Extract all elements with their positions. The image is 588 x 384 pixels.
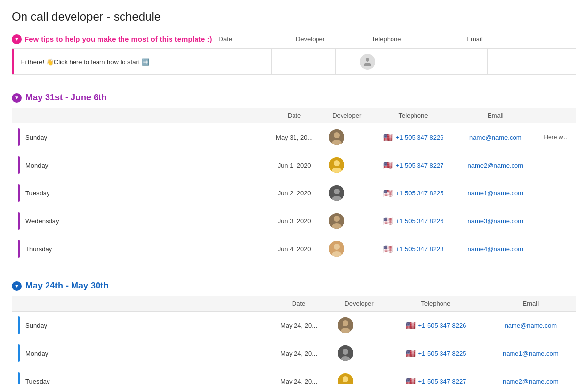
day-cell-0-2: Tuesday	[12, 179, 266, 207]
tips-col-developer: Developer	[279, 33, 343, 45]
phone-number[interactable]: +1 505 347 8225	[396, 190, 444, 197]
table-row: Wedensday Jun 3, 2020 🇺🇸 +1 505 347 8226…	[12, 207, 576, 235]
email-value[interactable]: name1@name.com	[503, 350, 559, 357]
section-title-may24-may30: May 24th - May 30th	[25, 281, 109, 291]
day-bar	[18, 184, 20, 202]
email-cell-0-4[interactable]: name4@name.com	[456, 235, 535, 263]
svg-point-7	[334, 189, 340, 194]
phone-number[interactable]: +1 505 347 8227	[396, 162, 444, 169]
flag-icon: 🇺🇸	[383, 133, 393, 142]
telephone-cell-1-0[interactable]: 🇺🇸 +1 505 347 8226	[387, 312, 485, 339]
phone-number[interactable]: +1 505 347 8225	[418, 350, 466, 357]
email-cell-0-3[interactable]: name3@name.com	[456, 207, 535, 235]
telephone-cell-0-2[interactable]: 🇺🇸 +1 505 347 8225	[371, 179, 456, 207]
tips-icon: ▼	[12, 34, 22, 44]
col-header-email-may24-may30: Email	[485, 296, 576, 312]
email-value[interactable]: name4@name.com	[467, 245, 523, 253]
avatar-cell-1-0	[332, 312, 387, 339]
day-bar	[18, 128, 20, 146]
tip-developer-cell	[336, 49, 399, 74]
section-toggle-may31-june6[interactable]: ▼	[12, 93, 22, 103]
col-header-telephone-may24-may30: Telephone	[387, 296, 485, 312]
date-cell-1-0: May 24, 20...	[266, 312, 331, 339]
tip-email-cell	[488, 49, 576, 74]
day-name: Sunday	[22, 134, 47, 141]
day-name: Thursday	[22, 245, 52, 253]
svg-point-16	[343, 320, 348, 326]
avatar-cell-0-2	[323, 179, 371, 207]
email-value[interactable]: name@name.com	[469, 134, 521, 141]
table-row: Sunday May 31, 20... 🇺🇸 +1 505 347 8226 …	[12, 123, 576, 151]
email-cell-0-1[interactable]: name2@name.com	[456, 151, 535, 179]
extra-cell-0-2	[535, 179, 576, 207]
col-header-date-may31-june6: Date	[266, 108, 322, 123]
tip-name-cell: Hi there! 👋Click here to learn how to st…	[12, 49, 272, 74]
date-cell-0-3: Jun 3, 2020	[266, 207, 322, 235]
extra-cell-0-3	[535, 207, 576, 235]
telephone-cell-1-2[interactable]: 🇺🇸 +1 505 347 8227	[387, 367, 485, 384]
telephone-cell-0-1[interactable]: 🇺🇸 +1 505 347 8227	[371, 151, 456, 179]
email-cell-0-0[interactable]: name@name.com	[456, 123, 535, 151]
day-bar	[18, 372, 20, 384]
col-header-developer-may24-may30: Developer	[332, 296, 387, 312]
tips-col-email: Email	[431, 33, 519, 45]
email-value[interactable]: name3@name.com	[467, 217, 523, 225]
tips-title: Few tips to help you make the most of th…	[24, 35, 212, 43]
telephone-cell-0-4[interactable]: 🇺🇸 +1 505 347 8223	[371, 235, 456, 263]
phone-number[interactable]: +1 505 347 8226	[396, 217, 444, 225]
telephone-cell-1-1[interactable]: 🇺🇸 +1 505 347 8225	[387, 339, 485, 367]
flag-icon: 🇺🇸	[406, 377, 416, 384]
table-row: Tuesday Jun 2, 2020 🇺🇸 +1 505 347 8225 n…	[12, 179, 576, 207]
flag-icon: 🇺🇸	[383, 216, 393, 226]
date-cell-0-4: Jun 4, 2020	[266, 235, 322, 263]
svg-point-19	[343, 349, 348, 355]
table-row: Thursday Jun 4, 2020 🇺🇸 +1 505 347 8223 …	[12, 235, 576, 263]
svg-point-1	[334, 132, 340, 138]
day-bar	[18, 344, 20, 362]
avatar-cell-0-4	[323, 235, 371, 263]
email-value[interactable]: name2@name.com	[467, 162, 523, 169]
avatar-cell-1-2	[332, 367, 387, 384]
email-value[interactable]: name@name.com	[505, 322, 557, 329]
tips-col-telephone: Telephone	[343, 33, 431, 45]
email-value[interactable]: name1@name.com	[467, 190, 523, 197]
col-header-email-may31-june6: Email	[456, 108, 535, 123]
day-bar	[18, 240, 20, 258]
phone-number[interactable]: +1 505 347 8223	[396, 245, 444, 253]
day-cell-0-4: Thursday	[12, 235, 266, 263]
schedules-container: ▼ May 31st - June 6th Date Developer Tel…	[12, 93, 576, 384]
day-bar	[18, 156, 20, 174]
tip-text[interactable]: Hi there! 👋Click here to learn how to st…	[20, 58, 149, 66]
phone-number[interactable]: +1 505 347 8226	[396, 134, 444, 141]
col-header-name-may24-may30	[12, 296, 266, 312]
extra-cell-0-1	[535, 151, 576, 179]
col-header-telephone-may31-june6: Telephone	[371, 108, 456, 123]
col-header-name-may31-june6	[12, 108, 266, 123]
avatar-cell-0-3	[323, 207, 371, 235]
day-cell-1-0: Sunday	[12, 312, 266, 339]
section-toggle-may24-may30[interactable]: ▼	[12, 281, 22, 291]
email-cell-1-1[interactable]: name1@name.com	[485, 339, 576, 367]
tip-row[interactable]: Hi there! 👋Click here to learn how to st…	[12, 48, 576, 75]
date-cell-1-2: May 24, 20...	[266, 367, 331, 384]
phone-number[interactable]: +1 505 347 8226	[418, 322, 466, 329]
tips-section: ▼ Few tips to help you make the most of …	[12, 33, 576, 75]
email-cell-1-2[interactable]: name2@name.com	[485, 367, 576, 384]
email-cell-0-2[interactable]: name1@name.com	[456, 179, 535, 207]
day-bar	[18, 316, 20, 334]
avatar-cell-0-1	[323, 151, 371, 179]
email-cell-1-0[interactable]: name@name.com	[485, 312, 576, 339]
day-name: Wedensday	[22, 217, 59, 225]
col-header-developer-may31-june6: Developer	[323, 108, 371, 123]
tip-date-cell	[272, 49, 336, 74]
extra-cell-0-4	[535, 235, 576, 263]
phone-number[interactable]: +1 505 347 8227	[418, 378, 466, 384]
day-name: Monday	[22, 350, 48, 357]
date-cell-0-2: Jun 2, 2020	[266, 179, 322, 207]
date-cell-0-1: Jun 1, 2020	[266, 151, 322, 179]
flag-icon: 🇺🇸	[406, 349, 416, 358]
telephone-cell-0-0[interactable]: 🇺🇸 +1 505 347 8226	[371, 123, 456, 151]
email-value[interactable]: name2@name.com	[503, 378, 559, 384]
telephone-cell-0-3[interactable]: 🇺🇸 +1 505 347 8226	[371, 207, 456, 235]
avatar-cell-1-1	[332, 339, 387, 367]
